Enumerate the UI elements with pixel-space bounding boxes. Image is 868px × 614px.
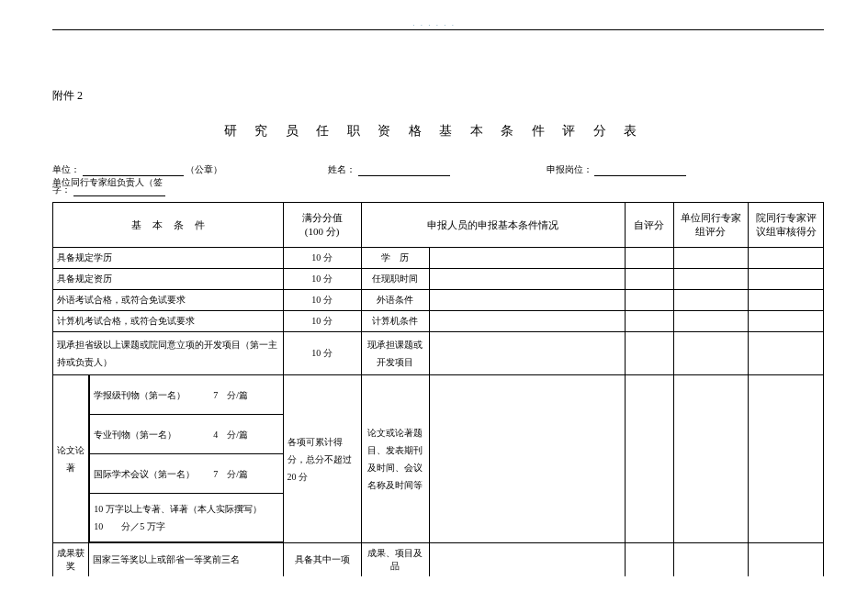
papers-sub4: 10 万字以上专著、译著（本人实际撰写） 10 分／5 万字	[90, 494, 283, 542]
row-language: 外语考试合格，或符合免试要求 10 分 外语条件	[53, 290, 824, 311]
header-self: 自评分	[626, 203, 673, 248]
papers-subtable: 学报级刊物（第一名） 7 分/篇 专业刊物（第一名） 4 分/篇 国际学术会议（…	[89, 375, 282, 542]
score-tenure: 10 分	[283, 269, 361, 290]
unit-project[interactable]	[673, 332, 749, 375]
label-papers: 论文或论著题目、发表期刊及时间、会议名称及时间等	[361, 375, 429, 543]
value-tenure[interactable]	[429, 269, 626, 290]
inst-project[interactable]	[749, 332, 824, 375]
header-fullscore: 满分分值	[287, 211, 357, 225]
name-label: 姓名：	[328, 163, 355, 176]
unit-education[interactable]	[673, 248, 749, 269]
self-achievement[interactable]	[626, 543, 673, 577]
position-field[interactable]	[594, 164, 686, 176]
value-education[interactable]	[429, 248, 626, 269]
label-project: 现承担课题或开发项目	[361, 332, 429, 375]
cond-computer: 计算机考试合格，或符合免试要求	[53, 311, 284, 332]
self-papers[interactable]	[626, 375, 673, 543]
self-project[interactable]	[626, 332, 673, 375]
label-education: 学 历	[361, 248, 429, 269]
label-tenure: 任现职时间	[361, 269, 429, 290]
header-row: 基本条件 满分分值(100 分) 申报人员的申报基本条件情况 自评分 单位同行专…	[53, 203, 824, 248]
inst-education[interactable]	[749, 248, 824, 269]
attachment-label: 附件 2	[52, 88, 83, 104]
unit-field[interactable]	[83, 164, 184, 176]
unit-achievement[interactable]	[673, 543, 749, 577]
score-achievement: 具备其中一项	[283, 543, 361, 577]
meta-row: 单位： （公章） 姓名： 申报岗位： 单位同行专家组负责人（签	[52, 163, 824, 189]
row-tenure: 具备规定资历 10 分 任现职时间	[53, 269, 824, 290]
cond-project: 现承担省级以上课题或院同意立项的开发项目（第一主持或负责人）	[53, 332, 284, 375]
group-papers: 论文论著	[53, 375, 89, 543]
papers-sub2: 专业刊物（第一名） 4 分/篇	[90, 415, 283, 454]
top-divider	[52, 29, 824, 30]
header-instgroup: 院同行专家评议组审核得分	[749, 203, 824, 248]
meta-row-2: 字：	[52, 184, 165, 196]
header-fullscore-sub: (100 分)	[287, 225, 357, 239]
unit-label: 单位：	[52, 163, 80, 176]
value-project[interactable]	[429, 332, 626, 375]
self-computer[interactable]	[626, 311, 673, 332]
row-project: 现承担省级以上课题或院同意立项的开发项目（第一主持或负责人） 10 分 现承担课…	[53, 332, 824, 375]
unit-computer[interactable]	[673, 311, 749, 332]
self-tenure[interactable]	[626, 269, 673, 290]
name-field[interactable]	[358, 164, 450, 176]
position-label: 申报岗位：	[547, 163, 592, 176]
score-papers: 各项可累计得分，总分不超过20 分	[283, 375, 361, 543]
header-basic: 基本条件	[120, 219, 216, 230]
inst-papers[interactable]	[749, 375, 824, 543]
row-computer: 计算机考试合格，或符合免试要求 10 分 计算机条件	[53, 311, 824, 332]
page-marker: · · · · · ·	[412, 20, 456, 29]
row-education: 具备规定学历 10 分 学 历	[53, 248, 824, 269]
row-achievement: 成果获奖 国家三等奖以上或部省一等奖前三名 具备其中一项 成果、项目及品	[53, 543, 824, 577]
label-achievement: 成果、项目及品	[361, 543, 429, 577]
score-table: 基本条件 满分分值(100 分) 申报人员的申报基本条件情况 自评分 单位同行专…	[52, 202, 824, 576]
unit-suffix: （公章）	[186, 163, 222, 176]
unit-language[interactable]	[673, 290, 749, 311]
unit-tenure[interactable]	[673, 269, 749, 290]
unit-papers[interactable]	[673, 375, 749, 543]
label-computer: 计算机条件	[361, 311, 429, 332]
inst-computer[interactable]	[749, 311, 824, 332]
score-computer: 10 分	[283, 311, 361, 332]
score-project: 10 分	[283, 332, 361, 375]
papers-sub1: 学报级刊物（第一名） 7 分/篇	[90, 375, 283, 415]
score-language: 10 分	[283, 290, 361, 311]
header-unitgroup: 单位同行专家组评分	[673, 203, 749, 248]
document-title: 研 究 员 任 职 资 格 基 本 条 件 评 分 表	[0, 123, 868, 140]
value-papers[interactable]	[429, 375, 626, 543]
header-applicant: 申报人员的申报基本条件情况	[361, 203, 626, 248]
cond-language: 外语考试合格，或符合免试要求	[53, 290, 284, 311]
self-education[interactable]	[626, 248, 673, 269]
papers-sub3: 国际学术会议（第一名） 7 分/篇	[90, 454, 283, 494]
value-achievement[interactable]	[429, 543, 626, 577]
group-achievement: 成果获奖	[53, 543, 89, 577]
cond-achievement: 国家三等奖以上或部省一等奖前三名	[89, 543, 283, 577]
inst-tenure[interactable]	[749, 269, 824, 290]
cond-education: 具备规定学历	[53, 248, 284, 269]
inst-language[interactable]	[749, 290, 824, 311]
row-papers: 论文论著 学报级刊物（第一名） 7 分/篇 专业刊物（第一名） 4 分/篇 国际…	[53, 375, 824, 543]
signer-field[interactable]	[73, 184, 165, 196]
inst-achievement[interactable]	[749, 543, 824, 577]
label-language: 外语条件	[361, 290, 429, 311]
cond-tenure: 具备规定资历	[53, 269, 284, 290]
value-computer[interactable]	[429, 311, 626, 332]
self-language[interactable]	[626, 290, 673, 311]
score-education: 10 分	[283, 248, 361, 269]
signer-label-2: 字：	[52, 184, 71, 195]
value-language[interactable]	[429, 290, 626, 311]
